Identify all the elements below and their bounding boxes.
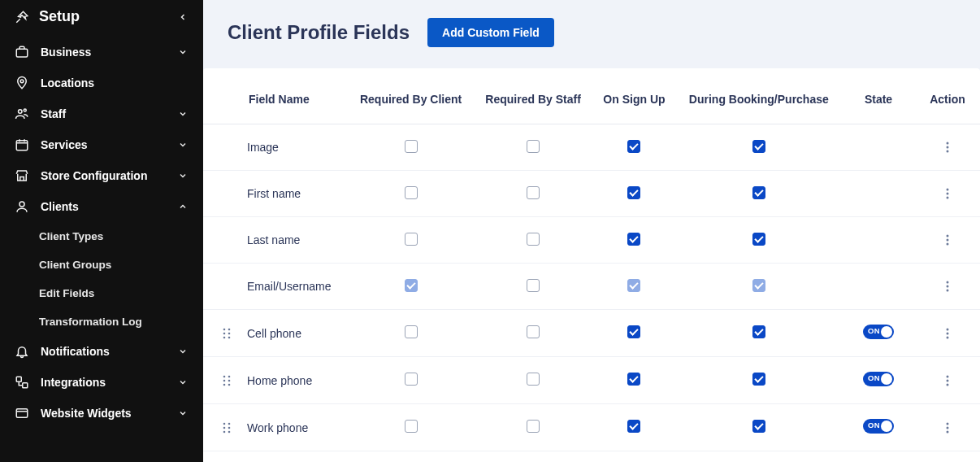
sidebar-subitem-client-groups[interactable]: Client Groups (0, 251, 203, 279)
required-by-client-checkbox[interactable] (405, 233, 418, 246)
required-by-staff-checkbox[interactable] (527, 373, 540, 386)
required-by-client-checkbox (405, 279, 418, 292)
drag-handle-icon[interactable] (223, 422, 234, 434)
chevron-down-icon[interactable] (177, 108, 189, 120)
chevron-up-icon[interactable] (177, 201, 189, 212)
chevron-left-icon[interactable] (177, 11, 189, 23)
svg-point-66 (228, 426, 231, 429)
required-by-staff-checkbox[interactable] (527, 186, 540, 199)
sidebar-item-label: Locations (41, 76, 94, 89)
table-row: First name (203, 171, 980, 217)
during-booking-checkbox[interactable] (752, 186, 765, 199)
state-toggle[interactable]: ON (863, 325, 894, 339)
svg-point-3 (24, 109, 26, 111)
sidebar-subitem-edit-fields[interactable]: Edit Fields (0, 279, 203, 307)
field-name[interactable]: Work phone (247, 421, 308, 434)
svg-point-55 (228, 375, 231, 377)
calendar-icon (15, 137, 29, 152)
field-name[interactable]: Image (247, 141, 279, 154)
during-booking-checkbox[interactable] (752, 325, 765, 338)
on-signup-checkbox[interactable] (627, 233, 640, 246)
row-actions-menu-icon[interactable] (939, 139, 956, 155)
col-state: State (842, 68, 915, 124)
table-row: Work phoneON (203, 404, 980, 451)
chevron-down-icon[interactable] (177, 139, 189, 150)
required-by-staff-checkbox[interactable] (527, 279, 540, 292)
svg-point-65 (223, 426, 226, 429)
required-by-client-checkbox[interactable] (405, 420, 418, 433)
main: Client Profile Fields Add Custom Field F… (203, 0, 980, 462)
sidebar-item-label: Website Widgets (41, 407, 132, 420)
svg-point-35 (947, 243, 949, 246)
on-signup-checkbox[interactable] (627, 186, 640, 199)
required-by-client-checkbox[interactable] (405, 186, 418, 199)
required-by-staff-checkbox[interactable] (527, 420, 540, 433)
sidebar-item-label: Services (41, 138, 88, 151)
table-row: Last name (203, 217, 980, 264)
store-icon (15, 168, 29, 183)
during-booking-checkbox[interactable] (752, 373, 765, 386)
chevron-down-icon[interactable] (177, 46, 189, 58)
state-toggle[interactable]: ON (863, 372, 894, 386)
sidebar-item-notifications[interactable]: Notifications (0, 336, 203, 367)
during-booking-checkbox[interactable] (752, 140, 765, 153)
staff-icon (15, 107, 29, 121)
during-booking-checkbox[interactable] (752, 420, 765, 433)
chevron-down-icon[interactable] (177, 408, 189, 419)
on-signup-checkbox[interactable] (627, 140, 640, 153)
on-signup-checkbox[interactable] (627, 420, 640, 433)
page-title: Client Profile Fields (228, 21, 410, 44)
row-actions-menu-icon[interactable] (939, 185, 956, 202)
add-custom-field-button[interactable]: Add Custom Field (427, 18, 554, 47)
sidebar-item-integrations[interactable]: Integrations (0, 367, 203, 398)
during-booking-checkbox[interactable] (752, 233, 765, 246)
sidebar-item-website-widgets[interactable]: Website Widgets (0, 398, 203, 429)
sidebar-header: Setup (0, 0, 203, 37)
field-name[interactable]: Last name (247, 233, 300, 246)
sidebar-item-staff[interactable]: Staff (0, 98, 203, 129)
table-row: Image (203, 124, 980, 171)
required-by-client-checkbox[interactable] (405, 325, 418, 338)
field-name[interactable]: Email/Username (247, 280, 331, 293)
on-signup-checkbox[interactable] (627, 373, 640, 386)
required-by-staff-checkbox[interactable] (527, 325, 540, 338)
on-signup-checkbox[interactable] (627, 325, 640, 338)
svg-point-57 (228, 379, 231, 381)
row-actions-menu-icon[interactable] (939, 232, 956, 248)
state-toggle[interactable]: ON (863, 419, 894, 434)
svg-point-53 (947, 336, 949, 338)
drag-handle-icon[interactable] (223, 375, 234, 386)
required-by-staff-checkbox[interactable] (527, 233, 540, 246)
sidebar-subitem-client-types[interactable]: Client Types (0, 222, 203, 251)
sidebar-title: Setup (39, 8, 80, 25)
sidebar-item-business[interactable]: Business (0, 37, 203, 68)
sidebar-subitem-transformation-log[interactable]: Transformation Log (0, 307, 203, 336)
row-actions-menu-icon[interactable] (939, 420, 956, 436)
svg-point-56 (223, 379, 226, 381)
row-actions-menu-icon[interactable] (939, 325, 956, 342)
field-name[interactable]: Cell phone (247, 327, 301, 340)
svg-point-64 (228, 422, 231, 425)
drag-handle-icon[interactable] (223, 328, 234, 339)
row-actions-menu-icon[interactable] (939, 373, 956, 389)
chevron-down-icon[interactable] (177, 170, 189, 181)
sidebar-item-services[interactable]: Services (0, 129, 203, 160)
svg-point-5 (20, 202, 24, 207)
chevron-down-icon[interactable] (177, 377, 189, 388)
sidebar-item-store-configuration[interactable]: Store Configuration (0, 160, 203, 191)
required-by-staff-checkbox[interactable] (527, 140, 540, 153)
required-by-client-checkbox[interactable] (405, 373, 418, 386)
sidebar-item-locations[interactable]: Locations (0, 68, 203, 98)
svg-point-71 (947, 430, 949, 433)
required-by-client-checkbox[interactable] (405, 140, 418, 153)
table-row: Cell phoneON (203, 310, 980, 357)
integrations-icon (15, 375, 29, 390)
sidebar-item-clients[interactable]: Clients (0, 191, 203, 222)
field-name[interactable]: Home phone (247, 374, 312, 387)
row-actions-menu-icon[interactable] (939, 278, 956, 294)
svg-point-54 (223, 375, 226, 377)
svg-point-26 (947, 197, 949, 199)
svg-point-67 (223, 430, 226, 433)
chevron-down-icon[interactable] (177, 346, 189, 357)
field-name[interactable]: First name (247, 187, 301, 200)
